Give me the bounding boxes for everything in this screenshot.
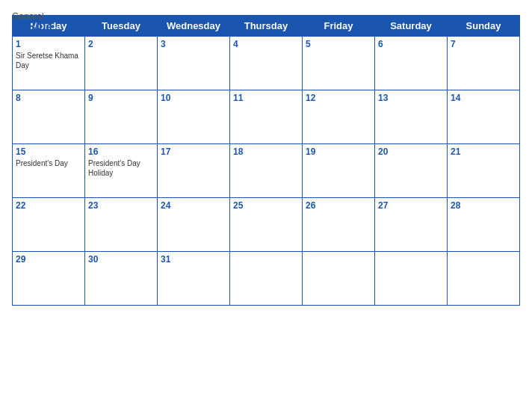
calendar-cell: 19 <box>303 144 375 198</box>
date-number: 3 <box>161 39 226 49</box>
logo-blue-text: Blue <box>12 21 53 33</box>
calendar-cell: 14 <box>448 90 520 144</box>
header-row: Monday Tuesday Wednesday Thursday Friday… <box>13 16 520 37</box>
date-number: 26 <box>306 200 371 211</box>
calendar-cell: 15President's Day <box>13 144 85 198</box>
calendar-cell: 11 <box>230 90 303 144</box>
calendar-cell: 23 <box>85 198 158 252</box>
calendar-cell: 10 <box>158 90 230 144</box>
calendar-cell: 22 <box>13 198 85 252</box>
calendar-cell: 5 <box>303 37 375 90</box>
date-number: 2 <box>88 39 154 49</box>
calendar-cell: 4 <box>230 37 303 90</box>
calendar-cell: 1Sir Seretse Khama Day <box>13 37 85 90</box>
week-row-3: 22232425262728 <box>13 198 520 252</box>
header-thursday: Thursday <box>230 16 303 37</box>
date-number: 18 <box>233 146 299 157</box>
header-sunday: Sunday <box>448 16 520 37</box>
date-number: 10 <box>161 93 226 103</box>
date-number: 24 <box>161 200 226 211</box>
holiday-label: President's Day <box>16 158 81 168</box>
date-number: 22 <box>16 200 81 211</box>
calendar-cell: 26 <box>303 198 375 252</box>
calendar-cell: 24 <box>158 198 230 252</box>
date-number: 19 <box>306 146 371 157</box>
calendar-cell <box>375 252 448 306</box>
calendar-cell: 9 <box>85 90 158 144</box>
calendar-cell: 20 <box>375 144 448 198</box>
calendar-cell: 2 <box>85 37 158 90</box>
date-number: 30 <box>88 254 154 265</box>
date-number: 9 <box>88 93 154 103</box>
calendar-cell <box>448 252 520 306</box>
calendar-cell: 27 <box>375 198 448 252</box>
calendar-cell: 6 <box>375 37 448 90</box>
calendar-cell: 31 <box>158 252 230 306</box>
calendar-cell <box>230 252 303 306</box>
date-number: 31 <box>161 254 226 265</box>
week-row-4: 293031 <box>13 252 520 306</box>
week-row-1: 891011121314 <box>13 90 520 144</box>
calendar-cell: 7 <box>448 37 520 90</box>
date-number: 20 <box>378 146 444 157</box>
date-number: 23 <box>88 200 154 211</box>
date-number: 7 <box>451 39 516 49</box>
header-saturday: Saturday <box>375 16 448 37</box>
calendar-cell: 29 <box>13 252 85 306</box>
calendar-container: General Blue Monday Tuesday Wednesday Th… <box>12 12 520 306</box>
date-number: 12 <box>306 93 371 103</box>
date-number: 28 <box>451 200 516 211</box>
calendar-cell: 25 <box>230 198 303 252</box>
date-number: 11 <box>233 93 299 103</box>
date-number: 1 <box>16 39 81 49</box>
calendar-cell: 3 <box>158 37 230 90</box>
date-number: 13 <box>378 93 444 103</box>
date-number: 6 <box>378 39 444 49</box>
calendar-cell: 28 <box>448 198 520 252</box>
date-number: 25 <box>233 200 299 211</box>
calendar-cell: 12 <box>303 90 375 144</box>
date-number: 8 <box>16 93 81 103</box>
logo-area: General Blue <box>12 12 53 33</box>
calendar-cell: 18 <box>230 144 303 198</box>
calendar-cell: 8 <box>13 90 85 144</box>
date-number: 29 <box>16 254 81 265</box>
header-tuesday: Tuesday <box>85 16 158 37</box>
date-number: 17 <box>161 146 226 157</box>
calendar-cell <box>303 252 375 306</box>
date-number: 14 <box>451 93 516 103</box>
calendar-cell: 30 <box>85 252 158 306</box>
calendar-cell: 21 <box>448 144 520 198</box>
date-number: 16 <box>88 146 154 157</box>
date-number: 5 <box>306 39 371 49</box>
week-row-2: 15President's Day16President's Day Holid… <box>13 144 520 198</box>
date-number: 27 <box>378 200 444 211</box>
date-number: 15 <box>16 146 81 157</box>
calendar-cell: 13 <box>375 90 448 144</box>
date-number: 4 <box>233 39 299 49</box>
date-number: 21 <box>451 146 516 157</box>
week-row-0: 1Sir Seretse Khama Day234567 <box>13 37 520 90</box>
calendar-table: Monday Tuesday Wednesday Thursday Friday… <box>12 15 520 306</box>
logo-bird-icon <box>12 22 25 32</box>
calendar-cell: 16President's Day Holiday <box>85 144 158 198</box>
calendar-cell: 17 <box>158 144 230 198</box>
header-wednesday: Wednesday <box>158 16 230 37</box>
holiday-label: President's Day Holiday <box>88 158 154 178</box>
header-friday: Friday <box>303 16 375 37</box>
holiday-label: Sir Seretse Khama Day <box>16 51 81 70</box>
